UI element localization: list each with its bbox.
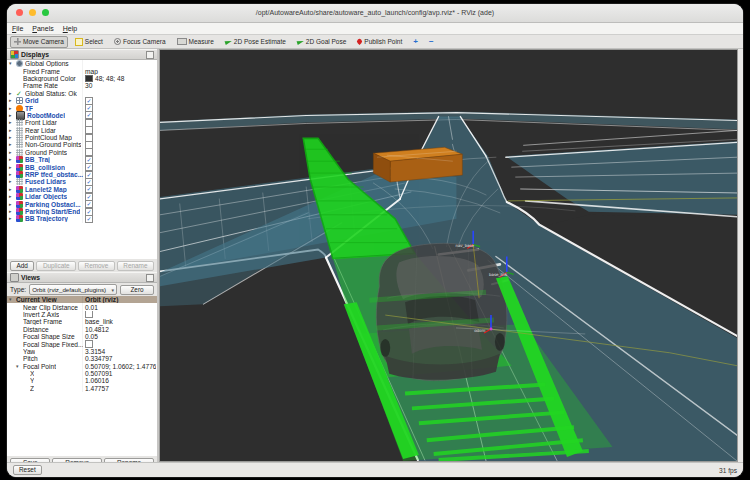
expander-icon[interactable]: ▸ xyxy=(9,97,16,104)
display-row-bb-collision[interactable]: ▸BB_collision✓ xyxy=(7,163,157,170)
expander-icon[interactable]: ▸ xyxy=(9,149,16,156)
views-panel-float-button[interactable] xyxy=(146,274,154,282)
tool-publish-point[interactable]: Publish Point xyxy=(353,36,406,48)
expander-icon[interactable]: ▸ xyxy=(9,193,16,200)
checkbox[interactable]: ✓ xyxy=(85,193,93,200)
checkbox[interactable]: ✓ xyxy=(85,215,93,222)
checkbox[interactable]: ✓ xyxy=(85,104,93,111)
views-panel-header[interactable]: Views xyxy=(7,272,157,283)
checkbox[interactable] xyxy=(85,127,93,134)
display-row-pointcloud-map[interactable]: ▸PointCloud Map xyxy=(7,134,157,141)
expander-icon[interactable]: ▸ xyxy=(9,134,16,141)
zoom-window-button[interactable] xyxy=(42,9,49,16)
menu-panels[interactable]: Panels xyxy=(32,25,53,32)
tool-goal-pose[interactable]: 2D Goal Pose xyxy=(293,36,350,48)
close-window-button[interactable] xyxy=(16,9,23,16)
view-row-focal-point[interactable]: ▾Focal Point0.50709; 1.0602; 1.4776 xyxy=(7,363,157,370)
property-value[interactable]: 3.3154 xyxy=(82,348,156,355)
displays-add-button[interactable]: Add xyxy=(10,261,34,271)
property-value[interactable] xyxy=(82,141,156,148)
display-row-bb-traj[interactable]: ▸BB_Traj✓ xyxy=(7,156,157,163)
display-row-background-color[interactable]: Background Color48; 48; 48 xyxy=(7,75,157,82)
property-value[interactable]: ✓ xyxy=(82,97,156,104)
property-value[interactable]: ✓ xyxy=(82,171,156,178)
display-row-fused-lidars[interactable]: ▸Fused Lidars✓ xyxy=(7,178,157,185)
expander-icon[interactable]: ▾ xyxy=(9,296,16,303)
checkbox[interactable] xyxy=(85,134,93,141)
property-value[interactable]: ✓ xyxy=(82,208,156,215)
property-value[interactable]: 0.50709; 1.0602; 1.4776 xyxy=(82,363,156,370)
tool-remove-tool[interactable]: − xyxy=(425,36,438,48)
property-value[interactable] xyxy=(82,119,156,126)
property-value[interactable] xyxy=(82,340,156,347)
view-row-x[interactable]: X0.507091 xyxy=(7,370,157,377)
property-value[interactable] xyxy=(82,149,156,156)
display-row-bb-trajectory[interactable]: ▸BB Trajectory✓ xyxy=(7,215,157,222)
property-value[interactable]: ✓ xyxy=(82,215,156,222)
expander-icon[interactable]: ▸ xyxy=(9,156,16,163)
property-value[interactable]: 30 xyxy=(82,82,156,89)
reset-button[interactable]: Reset xyxy=(13,465,42,475)
zero-button[interactable]: Zero xyxy=(120,285,154,295)
expander-icon[interactable]: ▸ xyxy=(9,164,16,171)
display-row-rear-lidar[interactable]: ▸Rear Lidar xyxy=(7,127,157,134)
view-row-distance[interactable]: Distance10.4812 xyxy=(7,326,157,333)
property-value[interactable]: ✓ xyxy=(82,156,156,163)
property-value[interactable]: 1.47757 xyxy=(82,385,156,392)
3d-viewport[interactable]: nav_base base_link odom xyxy=(159,49,738,462)
checkbox[interactable]: ✓ xyxy=(85,178,93,185)
expander-icon[interactable]: ▸ xyxy=(9,171,16,178)
tool-measure[interactable]: Measure xyxy=(173,36,218,48)
expander-icon[interactable]: ▸ xyxy=(9,208,16,215)
checkbox[interactable] xyxy=(85,149,93,156)
property-value[interactable] xyxy=(82,90,156,97)
property-value[interactable]: ✓ xyxy=(82,104,156,111)
expander-icon[interactable]: ▸ xyxy=(9,112,16,119)
display-row-ground-points[interactable]: ▸Ground Points xyxy=(7,149,157,156)
view-type-dropdown[interactable]: Orbit (rviz_default_plugins) ▾ xyxy=(29,284,117,295)
property-value[interactable] xyxy=(82,60,156,67)
property-value[interactable]: Orbit (rviz) xyxy=(82,296,156,303)
displays-panel-float-button[interactable] xyxy=(146,51,154,59)
expander-icon[interactable]: ▸ xyxy=(9,105,16,112)
display-row-global-options[interactable]: ▾Global Options xyxy=(7,60,157,67)
property-value[interactable]: ✓ xyxy=(82,193,156,200)
display-row-global-status-ok[interactable]: ▸Global Status: Ok xyxy=(7,90,157,97)
display-row-frame-rate[interactable]: Frame Rate30 xyxy=(7,82,157,89)
view-row-z[interactable]: Z1.47757 xyxy=(7,385,157,392)
property-value[interactable]: 10.4812 xyxy=(82,326,156,333)
property-value[interactable]: ✓ xyxy=(82,200,156,207)
displays-panel-header[interactable]: Displays xyxy=(7,49,157,60)
checkbox[interactable]: ✓ xyxy=(85,112,93,119)
menu-help[interactable]: Help xyxy=(63,25,77,32)
tool-pose-estimate[interactable]: 2D Pose Estimate xyxy=(221,36,290,48)
checkbox[interactable]: ✓ xyxy=(85,97,93,104)
view-row-invert-z-axis[interactable]: Invert Z Axis xyxy=(7,311,157,318)
expander-icon[interactable]: ▸ xyxy=(9,201,16,208)
view-row-yaw[interactable]: Yaw3.3154 xyxy=(7,348,157,355)
display-row-tf[interactable]: ▸TF✓ xyxy=(7,104,157,111)
property-value[interactable]: 0.05 xyxy=(82,333,156,340)
property-value[interactable] xyxy=(82,134,156,141)
display-row-rrp-tfed-obstac[interactable]: ▸RRP tfed_obstac...✓ xyxy=(7,171,157,178)
menu-file[interactable]: File xyxy=(12,25,23,32)
titlebar[interactable]: /opt/AutowareAuto/share/autoware_auto_la… xyxy=(7,4,743,23)
checkbox[interactable]: ✓ xyxy=(85,200,93,207)
tool-focus-camera[interactable]: Focus Camera xyxy=(110,36,170,48)
display-row-fixed-frame[interactable]: Fixed Framemap xyxy=(7,67,157,74)
expander-icon[interactable]: ▸ xyxy=(9,127,16,134)
property-value[interactable]: 0.334797 xyxy=(82,355,156,362)
property-value[interactable] xyxy=(82,311,156,318)
checkbox[interactable]: ✓ xyxy=(85,163,93,170)
property-value[interactable]: map xyxy=(82,67,156,74)
property-value[interactable]: 48; 48; 48 xyxy=(82,75,156,82)
view-row-current-view[interactable]: ▾Current ViewOrbit (rviz) xyxy=(7,296,157,303)
checkbox[interactable]: ✓ xyxy=(85,171,93,178)
checkbox[interactable] xyxy=(85,141,93,148)
tool-move-camera[interactable]: Move Camera xyxy=(10,36,68,48)
display-row-robotmodel[interactable]: ▸RobotModel✓ xyxy=(7,112,157,119)
expander-icon[interactable]: ▾ xyxy=(16,363,23,370)
property-value[interactable]: 0.01 xyxy=(82,303,156,310)
property-value[interactable] xyxy=(82,127,156,134)
expander-icon[interactable]: ▾ xyxy=(9,60,16,67)
